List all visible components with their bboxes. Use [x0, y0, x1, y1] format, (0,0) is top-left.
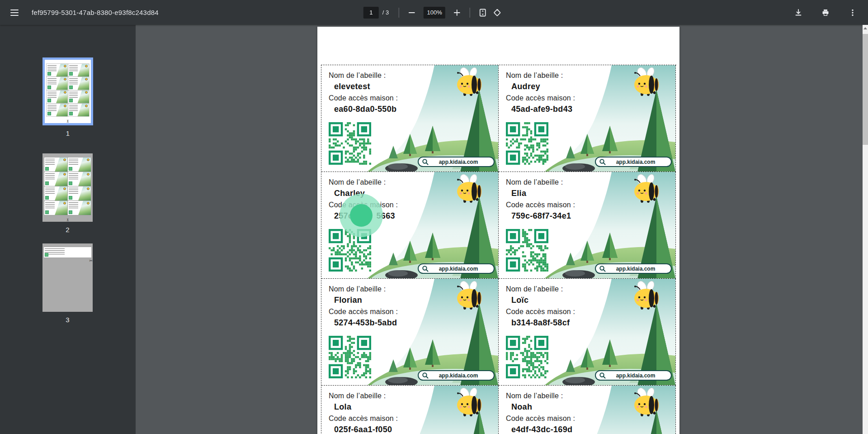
mini-card — [44, 157, 67, 172]
plus-icon — [453, 9, 461, 16]
house-code: 759c-68f7-34e1 — [506, 210, 575, 222]
search-pill: app.kidaia.com — [595, 263, 672, 274]
zoom-in-button[interactable] — [450, 5, 464, 20]
page-count: / 3 — [382, 9, 389, 16]
mini-card — [47, 91, 68, 103]
thumbnail-label: 2 — [42, 226, 93, 234]
mini-card — [68, 201, 91, 215]
minus-icon — [408, 9, 415, 16]
card-text: Nom de l’abeille : Charley Code accès ma… — [329, 176, 398, 222]
toolbar-separator — [399, 8, 399, 18]
name-label: Nom de l’abeille : — [506, 176, 575, 188]
house-code: e4df-43dc-169d — [506, 424, 575, 434]
fit-page-icon — [479, 9, 487, 17]
card-text: Nom de l’abeille : Lola Code accès maiso… — [329, 390, 398, 434]
toolbar-right — [791, 5, 868, 20]
house-code: ea60-8da0-550b — [329, 104, 398, 115]
code-label: Code accès maison : — [329, 413, 398, 424]
thumbnail-label: 3 — [42, 316, 93, 324]
viewer: Nom de l’abeille : elevetest Code accès … — [136, 25, 863, 434]
up-arrow-icon — [863, 27, 867, 29]
scrollbar-up-button[interactable] — [863, 27, 868, 34]
code-label: Code accès maison : — [329, 199, 398, 210]
rotate-icon — [493, 9, 501, 17]
name-label: Nom de l’abeille : — [329, 390, 398, 401]
code-label: Code accès maison : — [506, 413, 575, 424]
rotate-button[interactable] — [490, 5, 505, 20]
thumbnail-page-2[interactable]: ✂ 2 — [42, 153, 93, 234]
card-text: Nom de l’abeille : Loïc Code accès maiso… — [506, 283, 575, 329]
code-label: Code accès maison : — [506, 306, 575, 317]
bee-name: Elia — [506, 188, 575, 199]
name-label: Nom de l’abeille : — [506, 390, 575, 401]
search-pill: app.kidaia.com — [418, 370, 495, 381]
magnifier-icon — [422, 265, 429, 272]
code-label: Code accès maison : — [329, 92, 398, 104]
menu-button[interactable] — [7, 5, 22, 20]
scrollbar-thumb[interactable] — [863, 34, 868, 145]
card-text: Nom de l’abeille : Noah Code accès maiso… — [506, 390, 575, 434]
qr-code — [329, 122, 371, 165]
magnifier-icon — [599, 372, 606, 379]
code-label: Code accès maison : — [506, 199, 575, 210]
thumbnail-page-3[interactable]: ✂ 3 — [42, 243, 93, 324]
pill-url: app.kidaia.com — [429, 372, 494, 379]
card-text: Nom de l’abeille : Florian Code accès ma… — [329, 283, 398, 329]
bee-card: Nom de l’abeille : Noah Code accès maiso… — [499, 386, 676, 434]
toolbar-center: 1 / 3 100% — [363, 5, 505, 20]
print-button[interactable] — [818, 5, 833, 20]
pill-url: app.kidaia.com — [606, 372, 671, 379]
thumbnail-page-1-preview: ✂ — [42, 57, 93, 125]
document-title: fef95799-5301-47ab-8380-e93f8c243d84 — [32, 9, 159, 16]
pdf-page-1[interactable]: Nom de l’abeille : elevetest Code accès … — [317, 27, 679, 434]
bee-name: Florian — [329, 295, 398, 306]
mini-card — [44, 186, 67, 200]
search-pill: app.kidaia.com — [418, 263, 495, 274]
bee-card: Nom de l’abeille : Charley Code accès ma… — [321, 172, 499, 279]
mini-card — [47, 64, 68, 76]
name-label: Nom de l’abeille : — [329, 70, 398, 81]
bee-card: Nom de l’abeille : Lola Code accès maiso… — [321, 386, 499, 434]
mini-card — [44, 201, 67, 215]
qr-code — [329, 336, 371, 378]
mini-card — [68, 172, 91, 186]
more-vertical-icon — [849, 9, 856, 17]
bee-name: Audrey — [506, 81, 575, 92]
pill-url: app.kidaia.com — [606, 159, 671, 165]
magnifier-icon — [422, 372, 429, 379]
page-number-input[interactable]: 1 — [363, 7, 379, 19]
mini-card — [47, 77, 68, 90]
zoom-level[interactable]: 100% — [424, 7, 445, 19]
magnifier-icon — [422, 158, 429, 165]
search-pill: app.kidaia.com — [418, 157, 495, 167]
card-text: Nom de l’abeille : Elia Code accès maiso… — [506, 176, 575, 222]
zoom-out-button[interactable] — [405, 5, 419, 20]
pill-url: app.kidaia.com — [429, 266, 494, 272]
scissors-icon: ✂ — [66, 218, 70, 222]
magnifier-icon — [599, 265, 606, 272]
thumbnail-sidebar: ✂ 1 ✂ 2 ✂ 3 — [0, 25, 136, 434]
toolbar: fef95799-5301-47ab-8380-e93f8c243d84 1 /… — [0, 0, 868, 25]
search-pill: app.kidaia.com — [595, 370, 672, 381]
pill-url: app.kidaia.com — [606, 266, 671, 272]
download-icon — [794, 9, 802, 17]
fit-page-button[interactable] — [476, 5, 490, 20]
print-icon — [821, 9, 830, 17]
thumbnail-page-2-preview: ✂ — [42, 153, 93, 222]
more-options-button[interactable] — [845, 5, 860, 20]
thumbnail-page-1[interactable]: ✂ 1 — [38, 57, 98, 137]
card-text: Nom de l’abeille : elevetest Code accès … — [329, 70, 398, 115]
mini-card — [47, 104, 68, 116]
code-label: Code accès maison : — [506, 92, 575, 104]
name-label: Nom de l’abeille : — [329, 283, 398, 295]
mini-card — [68, 157, 91, 172]
name-label: Nom de l’abeille : — [329, 176, 398, 188]
qr-code — [506, 336, 548, 378]
bee-card: Nom de l’abeille : Florian Code accès ma… — [321, 279, 499, 386]
mini-card — [68, 77, 90, 90]
house-code: 5274-453b-5abd — [329, 317, 398, 329]
qr-code — [506, 122, 548, 165]
download-button[interactable] — [791, 5, 806, 20]
house-code: 45ad-afe9-bd43 — [506, 104, 575, 115]
name-label: Nom de l’abeille : — [506, 283, 575, 295]
